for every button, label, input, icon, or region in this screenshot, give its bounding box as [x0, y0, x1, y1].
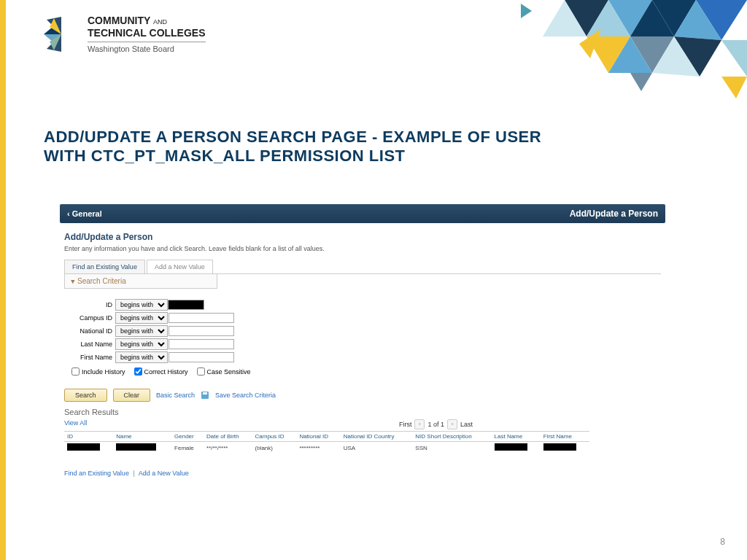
- label-campus-id: Campus ID: [71, 314, 115, 322]
- app-screenshot: ‹ General Add/Update a Person Add/Update…: [60, 204, 665, 477]
- logo-line2: TECHNICAL COLLEGES: [88, 27, 206, 39]
- tab-strip: Find an Existing Value Add a New Value: [64, 260, 661, 274]
- svg-marker-1: [608, 0, 652, 36]
- label-last-name: Last Name: [71, 341, 115, 348]
- checkbox-case-sensitive[interactable]: [197, 368, 205, 376]
- col-nid-desc[interactable]: NID Short Description: [412, 432, 491, 442]
- col-dob[interactable]: Date of Birth: [204, 432, 252, 442]
- collapse-triangle-icon: ▶: [70, 279, 76, 283]
- col-last-name[interactable]: Last Name: [492, 432, 541, 442]
- col-first-name[interactable]: First Name: [541, 432, 589, 442]
- view-all-link[interactable]: View All: [64, 419, 87, 429]
- check-correct-history[interactable]: Correct History: [134, 368, 188, 376]
- label-first-name: First Name: [71, 354, 115, 361]
- op-campus-id[interactable]: begins with: [115, 312, 168, 324]
- page-number: 8: [720, 537, 725, 547]
- col-campus-id[interactable]: Campus ID: [252, 432, 297, 442]
- header-title: Add/Update a Person: [570, 209, 658, 219]
- svg-marker-12: [608, 36, 652, 73]
- cell-gender: Female: [171, 442, 204, 454]
- svg-marker-7: [543, 0, 587, 36]
- cell-lastname-redacted: [495, 443, 527, 451]
- op-last-name[interactable]: begins with: [115, 338, 168, 350]
- next-page-button[interactable]: ›: [447, 419, 457, 429]
- bottom-link-row: Find an Existing Value | Add a New Value: [64, 470, 661, 477]
- chevron-left-icon: ‹: [67, 209, 70, 218]
- search-criteria-label: Search Criteria: [77, 277, 126, 285]
- pipe-divider: |: [133, 470, 134, 477]
- svg-marker-11: [721, 40, 747, 77]
- tab-add-new[interactable]: Add a New Value: [147, 260, 213, 273]
- col-gender[interactable]: Gender: [171, 432, 204, 442]
- prev-page-button[interactable]: ‹: [414, 419, 425, 429]
- svg-marker-4: [587, 0, 630, 36]
- svg-marker-13: [652, 36, 700, 77]
- bottom-find-existing-link[interactable]: Find an Existing Value: [64, 470, 129, 477]
- bottom-add-new-link[interactable]: Add a New Value: [139, 470, 189, 477]
- input-first-name[interactable]: [169, 352, 234, 362]
- logo-line1: COMMUNITY: [88, 15, 150, 26]
- svg-marker-16: [579, 29, 601, 58]
- col-national-id[interactable]: National ID: [296, 432, 340, 442]
- op-national-id[interactable]: begins with: [115, 325, 168, 337]
- input-national-id[interactable]: [169, 326, 234, 336]
- save-criteria-link[interactable]: Save Search Criteria: [215, 392, 276, 399]
- op-first-name[interactable]: begins with: [115, 351, 168, 363]
- page-heading: ADD/UPDATE A PERSON SEARCH PAGE - EXAMPL…: [44, 128, 554, 166]
- logo-and: AND: [153, 18, 167, 26]
- col-nid-country[interactable]: National ID Country: [341, 432, 413, 442]
- svg-marker-6: [674, 0, 721, 40]
- last-link[interactable]: Last: [460, 421, 473, 428]
- tab-find-existing[interactable]: Find an Existing Value: [64, 260, 145, 273]
- cell-dob: **/**/****: [204, 442, 252, 454]
- accent-bar: [0, 0, 6, 560]
- svg-marker-17: [521, 4, 532, 18]
- col-id[interactable]: ID: [64, 432, 113, 442]
- search-button[interactable]: Search: [64, 389, 107, 402]
- svg-rect-19: [203, 392, 207, 394]
- svg-marker-9: [630, 36, 674, 73]
- section-title: Add/Update a Person: [64, 232, 661, 242]
- results-table: ID Name Gender Date of Birth Campus ID N…: [64, 431, 589, 454]
- svg-marker-0: [565, 0, 608, 36]
- svg-marker-10: [674, 36, 721, 77]
- svg-marker-14: [721, 77, 747, 98]
- instructions-text: Enter any information you have and click…: [64, 245, 661, 252]
- check-include-history[interactable]: Include History: [71, 368, 125, 376]
- results-pager: First ‹ 1 of 1 › Last: [399, 419, 473, 429]
- svg-marker-8: [587, 36, 630, 73]
- first-link[interactable]: First: [399, 421, 412, 428]
- col-name[interactable]: Name: [113, 432, 171, 442]
- cell-nid-desc: SSN: [412, 442, 491, 454]
- logo-subtitle: Washington State Board: [88, 42, 206, 54]
- decorative-triangles: [419, 0, 747, 131]
- cell-name-redacted: [116, 443, 156, 451]
- cell-campus-id: (blank): [252, 442, 297, 454]
- label-national-id: National ID: [71, 327, 115, 335]
- cell-country: USA: [341, 442, 413, 454]
- check-case-sensitive[interactable]: Case Sensitive: [197, 368, 251, 376]
- checkbox-include-history[interactable]: [71, 368, 80, 376]
- svg-marker-15: [630, 73, 652, 91]
- svg-marker-5: [630, 0, 674, 36]
- svg-marker-2: [652, 0, 696, 36]
- svg-marker-3: [696, 0, 747, 40]
- basic-search-link[interactable]: Basic Search: [156, 392, 195, 399]
- search-criteria-header[interactable]: ▶ Search Criteria: [64, 274, 217, 289]
- back-label: General: [72, 209, 102, 218]
- input-last-name[interactable]: [169, 339, 234, 349]
- table-row[interactable]: Female **/**/**** (blank) ********* USA …: [64, 442, 589, 454]
- cell-firstname-redacted: [543, 443, 576, 451]
- save-icon: [201, 391, 209, 400]
- ps-header-bar: ‹ General Add/Update a Person: [60, 204, 665, 223]
- checkbox-correct-history[interactable]: [134, 368, 142, 376]
- label-id: ID: [71, 301, 115, 308]
- input-id-redacted[interactable]: [168, 300, 204, 310]
- starburst-logo-icon: [44, 17, 79, 52]
- clear-button[interactable]: Clear: [113, 389, 151, 402]
- back-link[interactable]: ‹ General: [67, 209, 102, 218]
- results-title: Search Results: [64, 408, 661, 416]
- op-id[interactable]: begins with: [115, 299, 168, 311]
- logo-block: COMMUNITY AND TECHNICAL COLLEGES Washing…: [44, 15, 206, 54]
- input-campus-id[interactable]: [169, 313, 234, 323]
